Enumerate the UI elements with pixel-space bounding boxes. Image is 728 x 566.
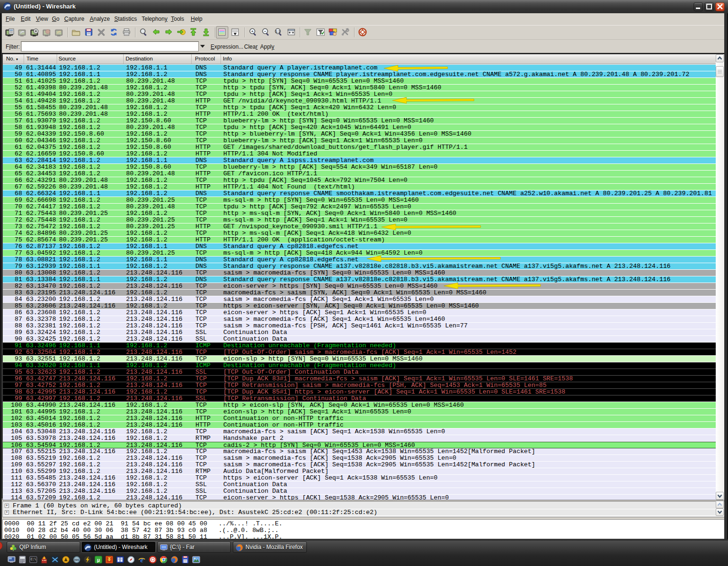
- svg-text:e: e: [140, 556, 144, 564]
- svg-text:C:\: C:\: [31, 558, 36, 561]
- svg-text:μ: μ: [97, 557, 100, 563]
- svg-text:KBS: KBS: [75, 559, 79, 561]
